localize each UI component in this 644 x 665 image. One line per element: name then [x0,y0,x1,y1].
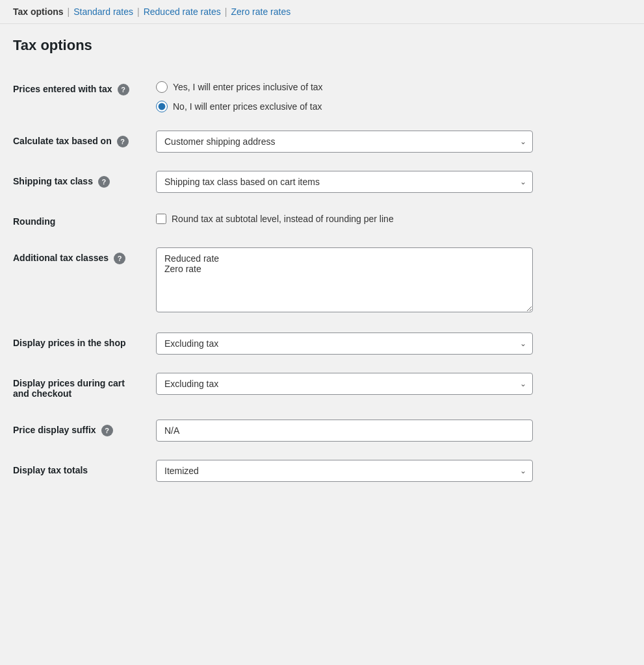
nav-sep-2: | [137,6,140,17]
help-icon-price-suffix[interactable]: ? [101,425,113,436]
select-wrapper-calculate-tax: Customer shipping address Customer billi… [156,131,533,153]
label-prices-entered-with-tax: Prices entered with tax ? [13,69,156,121]
select-display-prices-shop[interactable]: Excluding tax Including tax [156,332,533,355]
row-display-prices-shop: Display prices in the shop Excluding tax… [13,323,631,364]
select-calculate-tax[interactable]: Customer shipping address Customer billi… [156,131,533,153]
top-navigation: Tax options | Standard rates | Reduced r… [0,0,644,24]
row-price-display-suffix: Price display suffix ? [13,410,631,451]
label-display-prices-shop: Display prices in the shop [13,323,156,364]
select-wrapper-shipping-tax: Shipping tax class based on cart items S… [156,171,533,193]
checkbox-wrapper-rounding: Round tax at subtotal level, instead of … [156,211,631,224]
nav-sep-1: | [68,6,70,17]
help-icon-prices-entered[interactable]: ? [118,84,129,95]
select-shipping-tax-class[interactable]: Shipping tax class based on cart items S… [156,171,533,193]
row-prices-entered-with-tax: Prices entered with tax ? Yes, I will en… [13,69,631,121]
help-icon-shipping-tax[interactable]: ? [98,176,110,188]
label-shipping-tax-class: Shipping tax class ? [13,162,156,202]
row-shipping-tax-class: Shipping tax class ? Shipping tax class … [13,162,631,202]
input-price-display-suffix[interactable] [156,420,533,442]
row-calculate-tax-based-on: Calculate tax based on ? Customer shippi… [13,121,631,162]
nav-sep-3: | [225,6,227,17]
radio-exclusive[interactable] [156,101,168,112]
nav-current: Tax options [13,6,64,17]
radio-inclusive[interactable] [156,81,168,93]
select-wrapper-display-prices-cart: Excluding tax Including tax ⌄ [156,373,533,395]
page-container: Tax options Prices entered with tax ? Ye… [0,24,644,504]
label-additional-tax-classes: Additional tax classes ? [13,238,156,323]
radio-option-exclusive[interactable]: No, I will enter prices exclusive of tax [156,101,631,112]
radio-option-inclusive[interactable]: Yes, I will enter prices inclusive of ta… [156,81,631,93]
select-display-prices-cart[interactable]: Excluding tax Including tax [156,373,533,395]
checkbox-rounding[interactable] [156,214,166,224]
radio-label-inclusive: Yes, I will enter prices inclusive of ta… [173,82,323,92]
textarea-additional-tax-classes[interactable]: Reduced rate Zero rate [156,247,533,312]
radio-label-exclusive: No, I will enter prices exclusive of tax [173,101,322,112]
help-icon-additional-tax[interactable]: ? [114,253,125,264]
select-display-tax-totals[interactable]: Itemized As a single total [156,460,533,482]
checkbox-label-rounding[interactable]: Round tax at subtotal level, instead of … [172,214,394,224]
label-rounding: Rounding [13,202,156,238]
nav-link-standard-rates[interactable]: Standard rates [73,6,133,17]
select-wrapper-display-prices-shop: Excluding tax Including tax ⌄ [156,332,533,355]
label-display-prices-cart: Display prices during cart and checkout [13,364,156,410]
settings-form-table: Prices entered with tax ? Yes, I will en… [13,69,631,491]
label-price-display-suffix: Price display suffix ? [13,410,156,451]
page-title: Tax options [13,37,631,54]
row-display-tax-totals: Display tax totals Itemized As a single … [13,451,631,491]
nav-link-reduced-rate[interactable]: Reduced rate rates [144,6,221,17]
help-icon-calculate-tax[interactable]: ? [117,136,129,147]
nav-link-zero-rate[interactable]: Zero rate rates [231,6,290,17]
row-additional-tax-classes: Additional tax classes ? Reduced rate Ze… [13,238,631,323]
label-display-tax-totals: Display tax totals [13,451,156,491]
select-wrapper-display-tax-totals: Itemized As a single total ⌄ [156,460,533,482]
row-display-prices-cart: Display prices during cart and checkout … [13,364,631,410]
label-calculate-tax: Calculate tax based on ? [13,121,156,162]
radio-group-prices-entered: Yes, I will enter prices inclusive of ta… [156,79,631,112]
row-rounding: Rounding Round tax at subtotal level, in… [13,202,631,238]
